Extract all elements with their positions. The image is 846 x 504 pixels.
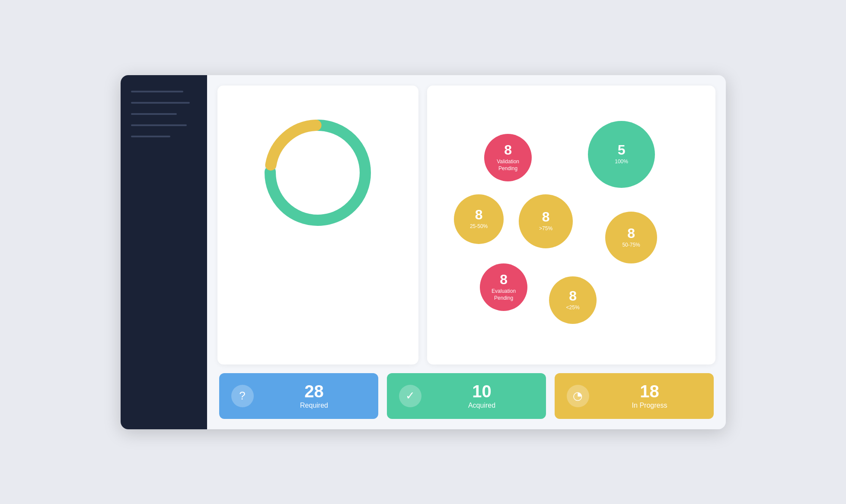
main-content: 8Validation Pending5100%825-50%8>75%850-… xyxy=(207,75,726,429)
bubble-100pct-label: 100% xyxy=(615,158,628,165)
bubble-25-50pct: 825-50% xyxy=(454,194,504,244)
bubble-50-75pct-number: 8 xyxy=(627,226,635,240)
sidebar-line-4 xyxy=(131,124,187,126)
bubble-evaluation-pending-number: 8 xyxy=(500,273,508,286)
bubble-lt25pct-label: <25% xyxy=(566,304,580,311)
bubble-validation-pending-label: Validation Pending xyxy=(497,158,519,172)
donut-chart xyxy=(262,117,374,229)
stat-label-acquired: Acquired xyxy=(468,402,495,409)
bubble-100pct-number: 5 xyxy=(618,143,626,157)
bubble-validation-pending-number: 8 xyxy=(504,143,512,157)
bubble-evaluation-pending: 8Evaluation Pending xyxy=(480,263,527,311)
sidebar xyxy=(121,75,207,429)
stat-label-in-progress: In Progress xyxy=(632,402,667,409)
stat-icon-required: ? xyxy=(231,385,254,407)
donut-svg xyxy=(262,117,374,229)
app-container: 8Validation Pending5100%825-50%8>75%850-… xyxy=(121,75,726,429)
stat-number-required: 28 xyxy=(304,383,324,400)
stat-icon-in-progress: ◔ xyxy=(567,385,589,407)
sidebar-line-5 xyxy=(131,136,170,137)
bubble-gt75pct: 8>75% xyxy=(519,194,573,248)
bottom-stats: ?28Required✓10Acquired◔18In Progress xyxy=(217,373,715,419)
stat-info-acquired: 10Acquired xyxy=(430,383,534,409)
stat-icon-acquired: ✓ xyxy=(399,385,421,407)
bubble-area: 8Validation Pending5100%825-50%8>75%850-… xyxy=(441,108,701,333)
stat-number-acquired: 10 xyxy=(472,383,492,400)
bubble-lt25pct: 8<25% xyxy=(549,276,597,324)
bubble-25-50pct-number: 8 xyxy=(475,208,483,222)
bubble-gt75pct-label: >75% xyxy=(539,225,552,232)
bubble-gt75pct-number: 8 xyxy=(542,210,550,224)
bubble-lt25pct-number: 8 xyxy=(569,289,577,303)
stat-card-in-progress[interactable]: ◔18In Progress xyxy=(555,373,714,419)
bubble-50-75pct: 850-75% xyxy=(605,212,657,263)
sidebar-line-1 xyxy=(131,91,184,92)
bubble-25-50pct-label: 25-50% xyxy=(470,223,488,230)
top-panels: 8Validation Pending5100%825-50%8>75%850-… xyxy=(217,86,715,365)
sidebar-line-3 xyxy=(131,113,177,115)
stat-card-required[interactable]: ?28Required xyxy=(219,373,378,419)
stat-label-required: Required xyxy=(300,402,328,409)
bubble-evaluation-pending-label: Evaluation Pending xyxy=(492,288,516,301)
stat-card-acquired[interactable]: ✓10Acquired xyxy=(387,373,546,419)
skill-summary-panel xyxy=(217,86,419,365)
stat-info-in-progress: 18In Progress xyxy=(598,383,702,409)
sidebar-line-2 xyxy=(131,102,190,104)
stat-info-required: 28Required xyxy=(262,383,366,409)
bubble-50-75pct-label: 50-75% xyxy=(622,242,640,249)
bubble-validation-pending: 8Validation Pending xyxy=(484,134,532,181)
stat-number-in-progress: 18 xyxy=(640,383,659,400)
learning-progress-panel: 8Validation Pending5100%825-50%8>75%850-… xyxy=(427,86,715,365)
bubble-100pct: 5100% xyxy=(588,121,655,188)
